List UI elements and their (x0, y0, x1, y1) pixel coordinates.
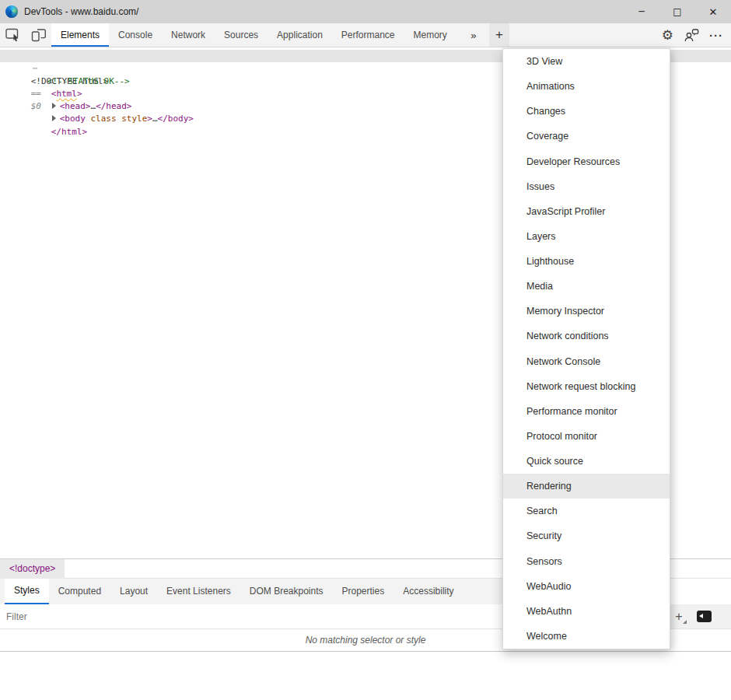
panel-tabs: Elements Console Network Sources Applica… (51, 23, 456, 47)
panel-tab[interactable]: Performance (332, 23, 404, 47)
computed-sidebar-toggle-icon[interactable] (697, 611, 712, 622)
menu-item[interactable]: Layers (503, 224, 670, 249)
toolbar-right-icons: ⚙ ··· (662, 23, 731, 47)
breadcrumb-doctype-chip[interactable]: <!doctype> (0, 559, 65, 579)
devtools-window: DevTools - www.baidu.com/ ─ □ ✕ Elements (0, 0, 731, 700)
menu-item[interactable]: Coverage (503, 124, 670, 149)
more-options-icon[interactable]: ··· (709, 29, 723, 42)
styles-pane-tab[interactable]: Computed (49, 579, 110, 604)
menu-item[interactable]: Developer Resources (503, 149, 670, 174)
menu-item[interactable]: Search (503, 499, 670, 523)
panel-tab[interactable]: Console (109, 23, 162, 47)
add-tools-button[interactable]: + (489, 23, 509, 47)
styles-pane-tab[interactable]: Properties (333, 579, 394, 604)
new-style-rule-button[interactable]: + (671, 607, 687, 626)
menu-item[interactable]: Memory Inspector (503, 299, 670, 324)
minimize-button[interactable]: ─ (624, 0, 659, 23)
close-button[interactable]: ✕ (695, 0, 731, 23)
device-emulation-icon[interactable] (26, 23, 51, 47)
menu-item[interactable]: Protocol monitor (503, 424, 670, 449)
menu-item[interactable]: JavaScript Profiler (503, 199, 670, 224)
window-controls: ─ □ ✕ (624, 0, 731, 23)
menu-item[interactable]: Animations (503, 74, 670, 99)
styles-pane-tab[interactable]: DOM Breakpoints (240, 579, 333, 604)
body-attributes: class style (86, 114, 147, 124)
inspect-element-icon[interactable] (0, 23, 26, 47)
more-tools-menu: 3D View Animations Changes Coverage Deve… (502, 48, 670, 649)
menu-item[interactable]: Quick source (503, 449, 670, 474)
menu-item[interactable]: Rendering (503, 474, 670, 499)
menu-item[interactable]: Network request blocking (503, 374, 670, 399)
titlebar: DevTools - www.baidu.com/ ─ □ ✕ (0, 0, 731, 23)
window-title: DevTools - www.baidu.com/ (24, 6, 138, 17)
edge-logo-icon (5, 5, 18, 18)
panel-tab[interactable]: Sources (215, 23, 268, 47)
expand-arrow-icon[interactable] (52, 103, 56, 109)
menu-item[interactable]: Network Console (503, 349, 670, 374)
panel-tab[interactable]: Application (268, 23, 332, 47)
panel-tab[interactable]: Memory (404, 23, 456, 47)
html-tag-issue-underline: html (56, 89, 77, 99)
settings-gear-icon[interactable]: ⚙ (662, 29, 673, 42)
menu-item[interactable]: Sensors (503, 549, 670, 574)
panel-tab[interactable]: Network (162, 23, 215, 47)
devtools-toolbar: Elements Console Network Sources Applica… (0, 23, 731, 47)
menu-item[interactable]: Issues (503, 174, 670, 199)
menu-item[interactable]: 3D View (503, 49, 670, 74)
expand-arrow-icon[interactable] (52, 115, 56, 121)
maximize-button[interactable]: □ (659, 0, 695, 23)
node-gutter-dots: ⋯ (31, 63, 38, 73)
styles-pane-tab[interactable]: Layout (110, 579, 157, 604)
menu-item[interactable]: Security (503, 523, 670, 548)
menu-item[interactable]: Network conditions (503, 324, 670, 348)
styles-pane-tab[interactable]: Event Listeners (157, 579, 240, 604)
menu-item[interactable]: Media (503, 274, 670, 299)
menu-item[interactable]: Changes (503, 99, 670, 124)
styles-pane-tab[interactable]: Accessibility (393, 579, 463, 604)
styles-pane-tab[interactable]: Styles (5, 579, 49, 604)
menu-item[interactable]: Welcome (503, 624, 670, 649)
panel-tab[interactable]: Elements (51, 23, 109, 47)
empty-message: No matching selector or style (306, 635, 426, 646)
menu-item[interactable]: WebAudio (503, 574, 670, 599)
menu-item[interactable]: WebAuthn (503, 599, 670, 624)
menu-item[interactable]: Performance monitor (503, 399, 670, 424)
menu-item[interactable]: Lighthouse (503, 249, 670, 274)
feedback-icon[interactable] (684, 29, 699, 42)
more-tabs-chevron-icon[interactable]: » (464, 23, 483, 47)
